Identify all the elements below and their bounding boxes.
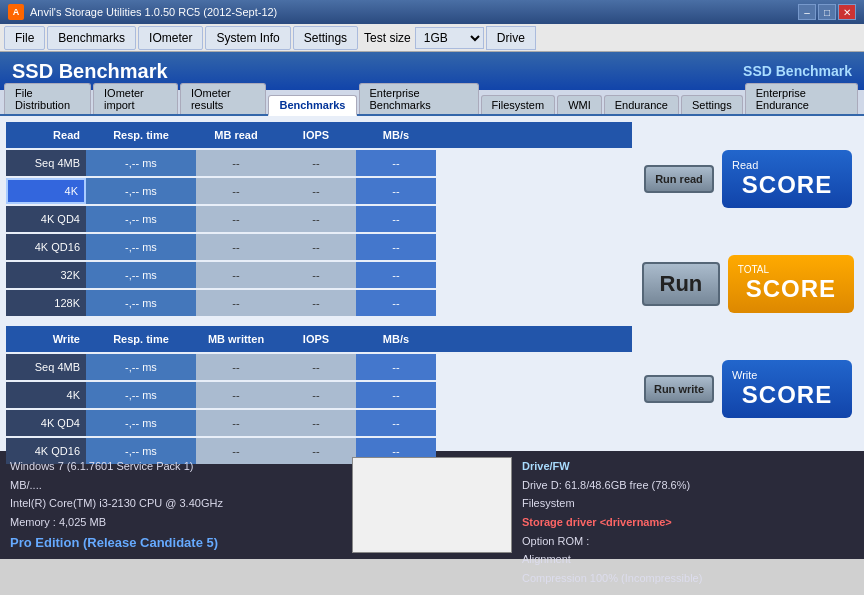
tab-iometer-results[interactable]: IOmeter results — [180, 83, 267, 114]
read-mbs-2: -- — [356, 206, 436, 232]
read-label-3: 4K QD16 — [6, 234, 86, 260]
read-mbs-3: -- — [356, 234, 436, 260]
read-resp-4: -,-- ms — [86, 262, 196, 288]
tab-file-distribution[interactable]: File Distribution — [4, 83, 91, 114]
write-mbs-0: -- — [356, 354, 436, 380]
write-mbs-header: MB/s — [356, 326, 436, 352]
run-button[interactable]: Run — [642, 262, 720, 306]
run-read-button[interactable]: Run read — [644, 165, 714, 193]
total-score-value: SCORE — [746, 275, 836, 303]
write-iops-2: -- — [276, 410, 356, 436]
read-iops-2: -- — [276, 206, 356, 232]
write-resp-header: Resp. time — [86, 326, 196, 352]
write-label-header: Write — [6, 326, 86, 352]
read-mbs-1: -- — [356, 178, 436, 204]
window-controls: – □ ✕ — [798, 4, 856, 20]
write-label-2: 4K QD4 — [6, 410, 86, 436]
read-iops-1: -- — [276, 178, 356, 204]
write-score-value: SCORE — [742, 381, 832, 409]
read-mbs-header: MB/s — [356, 122, 436, 148]
test-size-select[interactable]: 512MB 1GB 2GB 4GB — [415, 27, 484, 49]
read-label-0: Seq 4MB — [6, 150, 86, 176]
read-row-0: Seq 4MB -,-- ms -- -- -- — [6, 150, 632, 176]
read-mb-0: -- — [196, 150, 276, 176]
status-drive-fw-label: Drive/FW — [522, 457, 854, 476]
tab-benchmarks[interactable]: Benchmarks — [268, 95, 356, 116]
read-resp-3: -,-- ms — [86, 234, 196, 260]
menu-benchmarks[interactable]: Benchmarks — [47, 26, 136, 50]
tab-enterprise-benchmarks[interactable]: Enterprise Benchmarks — [359, 83, 479, 114]
test-size-label: Test size — [364, 31, 411, 45]
read-score-value: SCORE — [742, 171, 832, 199]
read-row-3: 4K QD16 -,-- ms -- -- -- — [6, 234, 632, 260]
read-label-1: 4K — [6, 178, 86, 204]
drive-button[interactable]: Drive — [486, 26, 536, 50]
read-mb-4: -- — [196, 262, 276, 288]
status-edition: Pro Edition (Release Candidate 5) — [10, 532, 342, 554]
menu-iometer[interactable]: IOmeter — [138, 26, 203, 50]
read-iops-3: -- — [276, 234, 356, 260]
status-cpu: Intel(R) Core(TM) i3-2130 CPU @ 3.40GHz — [10, 494, 342, 513]
read-mb-1: -- — [196, 178, 276, 204]
tab-settings[interactable]: Settings — [681, 95, 743, 114]
tab-filesystem[interactable]: Filesystem — [481, 95, 556, 114]
read-score-box[interactable]: Read SCORE — [722, 150, 852, 208]
tab-bar: File Distribution IOmeter import IOmeter… — [0, 90, 864, 116]
write-mbs-1: -- — [356, 382, 436, 408]
write-mbs-2: -- — [356, 410, 436, 436]
read-label-5: 128K — [6, 290, 86, 316]
total-score-row: Run TOTAL SCORE — [642, 255, 854, 313]
total-score-box[interactable]: TOTAL SCORE — [728, 255, 854, 313]
read-row-5: 128K -,-- ms -- -- -- — [6, 290, 632, 316]
run-write-button[interactable]: Run write — [644, 375, 714, 403]
status-drive-info: Drive D: 61.8/48.6GB free (78.6%) — [522, 476, 854, 495]
tab-endurance[interactable]: Endurance — [604, 95, 679, 114]
write-row-2: 4K QD4 -,-- ms -- -- -- — [6, 410, 632, 436]
title-bar: A Anvil's Storage Utilities 1.0.50 RC5 (… — [0, 0, 864, 24]
minimize-button[interactable]: – — [798, 4, 816, 20]
app-icon: A — [8, 4, 24, 20]
status-left: Windows 7 (6.1.7601 Service Pack 1) MB/.… — [10, 457, 342, 553]
status-bar: Windows 7 (6.1.7601 Service Pack 1) MB/.… — [0, 451, 864, 559]
right-panel: Run read Read SCORE Run TOTAL SCORE Run … — [638, 122, 858, 445]
menu-file[interactable]: File — [4, 26, 45, 50]
read-label-header: Read — [6, 122, 86, 148]
read-header-row: Read Resp. time MB read IOPS MB/s — [6, 122, 632, 148]
read-iops-4: -- — [276, 262, 356, 288]
write-header-row: Write Resp. time MB written IOPS MB/s — [6, 326, 632, 352]
write-resp-0: -,-- ms — [86, 354, 196, 380]
write-iops-0: -- — [276, 354, 356, 380]
tab-iometer-import[interactable]: IOmeter import — [93, 83, 178, 114]
app-title: SSD Benchmark — [12, 60, 168, 83]
close-button[interactable]: ✕ — [838, 4, 856, 20]
tab-wmi[interactable]: WMI — [557, 95, 602, 114]
read-iops-5: -- — [276, 290, 356, 316]
read-mb-2: -- — [196, 206, 276, 232]
read-label-2: 4K QD4 — [6, 206, 86, 232]
read-row-1: 4K -,-- ms -- -- -- — [6, 178, 632, 204]
write-label-0: Seq 4MB — [6, 354, 86, 380]
main-content: Read Resp. time MB read IOPS MB/s Seq 4M… — [0, 116, 864, 451]
write-resp-2: -,-- ms — [86, 410, 196, 436]
tab-enterprise-endurance[interactable]: Enterprise Endurance — [745, 83, 858, 114]
write-iops-1: -- — [276, 382, 356, 408]
write-row-0: Seq 4MB -,-- ms -- -- -- — [6, 354, 632, 380]
read-mbs-5: -- — [356, 290, 436, 316]
status-option-rom: Option ROM : — [522, 532, 854, 551]
read-resp-2: -,-- ms — [86, 206, 196, 232]
status-compression: Compression 100% (Incompressible) — [522, 569, 854, 588]
status-alignment: Alignment — [522, 550, 854, 569]
status-middle-panel — [352, 457, 512, 553]
read-mb-header: MB read — [196, 122, 276, 148]
menu-sysinfo[interactable]: System Info — [205, 26, 290, 50]
read-row-2: 4K QD4 -,-- ms -- -- -- — [6, 206, 632, 232]
maximize-button[interactable]: □ — [818, 4, 836, 20]
separator — [6, 318, 632, 326]
read-iops-0: -- — [276, 150, 356, 176]
read-iops-header: IOPS — [276, 122, 356, 148]
status-right: Drive/FW Drive D: 61.8/48.6GB free (78.6… — [522, 457, 854, 553]
write-score-box[interactable]: Write SCORE — [722, 360, 852, 418]
read-resp-header: Resp. time — [86, 122, 196, 148]
menu-settings[interactable]: Settings — [293, 26, 358, 50]
write-mb-2: -- — [196, 410, 276, 436]
